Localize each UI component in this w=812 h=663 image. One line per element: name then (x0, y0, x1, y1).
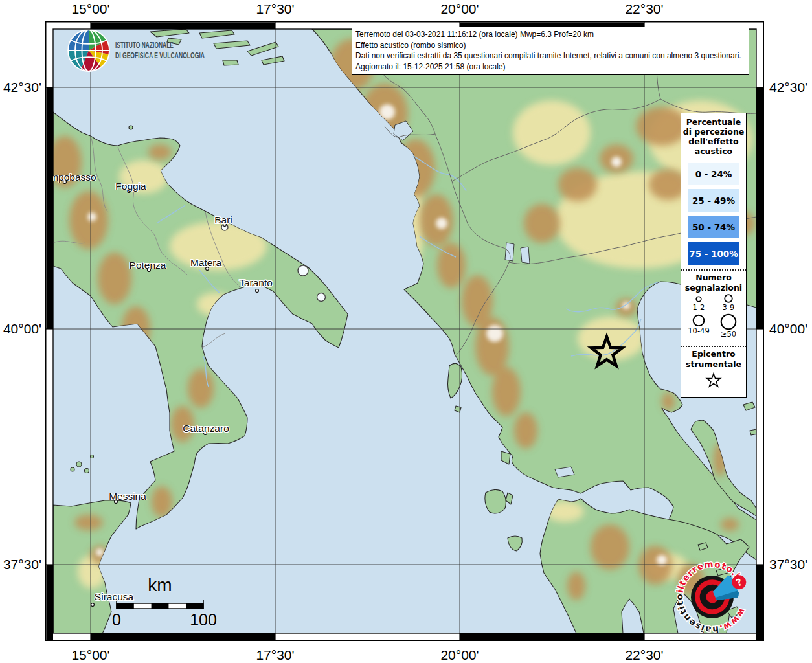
event-info-line4: Aggiornato il: 15-12-2025 21:58 (ora loc… (355, 62, 745, 73)
event-info-box: Terremoto del 03-03-2021 11:16:12 (ora l… (352, 27, 749, 75)
legend-swatch-label: 0 - 24% (695, 169, 732, 179)
ingv-name-line1: ISTITUTO NAZIONALE (115, 41, 174, 50)
event-info-line1: Terremoto del 03-03-2021 11:16:12 (ora l… (355, 29, 745, 40)
island-aeolian-1 (76, 462, 82, 467)
axis-label-right-1: 42°30' (769, 80, 812, 95)
axis-label-top-3: 20°00' (421, 1, 499, 17)
report-circle (298, 265, 308, 276)
legend-swatch-label: 75 - 100% (689, 249, 738, 259)
legend-swatch-75-100: 75 - 100% (688, 242, 739, 265)
axis-label-left-1: 42°30' (0, 80, 41, 95)
report-size-label: 10-49 (688, 326, 709, 335)
report-size-icon (722, 294, 735, 303)
star-icon (704, 372, 723, 389)
legend-epicenter-title: Epicentro strumentale (681, 347, 746, 369)
report-circle (317, 293, 326, 302)
felt-map-screenshot: ISTITUTO NAZIONALE DI GEOFISICA E VULCAN… (0, 0, 812, 663)
island-aeolian-3 (71, 467, 74, 471)
legend-swatch-label: 50 - 74% (692, 222, 735, 232)
report-size-icon (690, 313, 707, 326)
legend-swatch-label: 25 - 49% (692, 196, 735, 206)
axis-label-right-3: 37°30' (769, 557, 812, 572)
legend-size-item: 10-49 (684, 313, 714, 339)
island-aeolian-2 (85, 469, 89, 473)
axis-label-bottom-2: 17°30' (236, 647, 314, 663)
legend-swatch-0-24: 0 - 24% (688, 163, 739, 185)
event-info-line2: Effetto acustico (rombo sismico) (355, 40, 745, 51)
axis-label-right-2: 40°00' (769, 321, 812, 337)
axis-label-left-3: 37°30' (0, 557, 41, 572)
map-image: ISTITUTO NAZIONALE DI GEOFISICA E VULCAN… (45, 21, 764, 641)
report-size-label: 3-9 (723, 303, 735, 312)
report-size-icon (719, 313, 738, 330)
axis-label-bottom-3: 20°00' (421, 647, 499, 663)
legend-epicenter-symbol (681, 370, 746, 397)
report-size-icon (692, 294, 705, 303)
lake-ohrid (505, 243, 514, 261)
axis-label-top-2: 17°30' (236, 1, 314, 17)
legend-title: Percentuale di percezione dell'effetto a… (681, 113, 746, 159)
report-size-label: ≥50 (721, 330, 736, 339)
island-croatia-6 (223, 60, 238, 65)
legend: Percentuale di percezione dell'effetto a… (681, 113, 747, 398)
legend-report-sizes: 1-2 3-9 10-49 ≥50 (681, 293, 746, 341)
event-info-line3: Dati non verificati estratti da 35 quest… (355, 51, 745, 62)
axis-label-top-4: 22°30' (605, 1, 683, 17)
ingv-globe-icon (68, 30, 109, 71)
island-tremiti (129, 126, 133, 129)
axis-label-bottom-4: 22°30' (605, 647, 683, 663)
axis-label-left-2: 40°00' (0, 321, 41, 337)
legend-swatch-25-49: 25 - 49% (688, 189, 739, 212)
legend-size-item: 3-9 (714, 294, 743, 312)
ingv-name-line2: DI GEOFISICA E VULCANOLOGIA (115, 51, 205, 60)
legend-size-item: 1-2 (684, 294, 714, 312)
report-size-label: 1-2 (693, 303, 705, 312)
lake-prespa (521, 247, 530, 264)
legend-swatch-50-74: 50 - 74% (688, 216, 739, 238)
island-kefalonia (485, 489, 506, 513)
axis-label-bottom-1: 15°00' (52, 647, 130, 663)
legend-reports-title: Numero segnalazioni (681, 271, 746, 293)
axis-label-top-1: 15°00' (52, 1, 130, 17)
legend-size-item: ≥50 (714, 313, 743, 339)
